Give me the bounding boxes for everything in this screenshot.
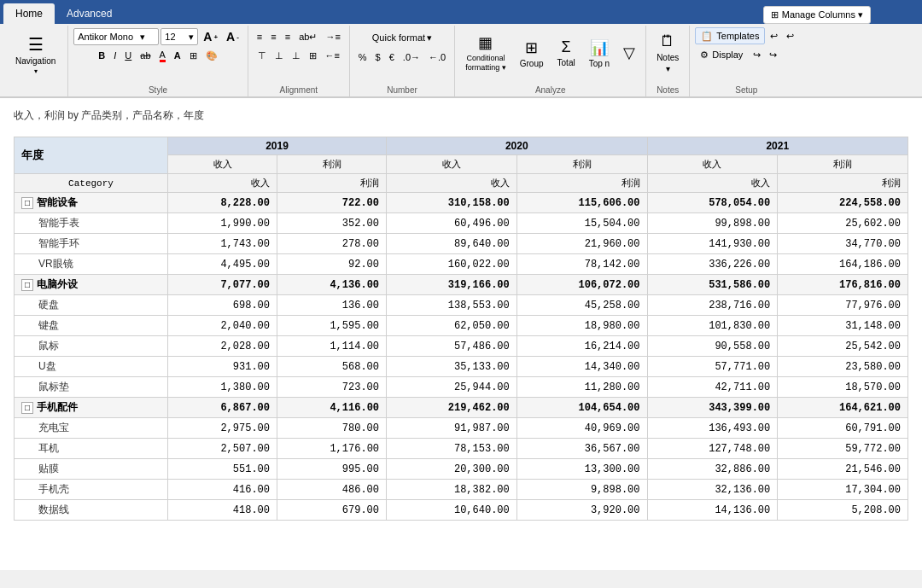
table-cell: 2,507.00 (168, 439, 277, 459)
table-row: 充电宝2,975.00780.0091,987.0040,969.00136,4… (15, 418, 908, 439)
font-grow-button[interactable]: A+ (200, 28, 221, 45)
table-cell: 78,153.00 (387, 439, 517, 459)
table-cell: 6,867.00 (168, 398, 277, 418)
redo-button[interactable]: ↪ (750, 46, 764, 63)
undo2-button[interactable]: ↩ (767, 27, 781, 44)
table-cell: 11,280.00 (516, 377, 647, 398)
table-cell: 931.00 (168, 357, 277, 377)
table-row: 智能手表1,990.00352.0060,496.0015,504.0099,8… (15, 213, 908, 234)
quick-format-dropdown[interactable]: Quick format ▾ (366, 28, 438, 47)
table-cell: 2,040.00 (168, 316, 277, 336)
border-button[interactable]: ⊞ (186, 47, 201, 64)
table-row: 手机壳416.00486.0018,382.009,898.0032,136.0… (15, 480, 908, 500)
table-cell: 8,228.00 (168, 193, 277, 213)
dollar-button[interactable]: $ (372, 49, 384, 66)
ribbon-group-navigation: ☰ Navigation ▾ (3, 26, 68, 96)
table-cell: 13,300.00 (516, 459, 647, 480)
table-cell: 343,399.00 (647, 398, 778, 418)
notes-group-label: Notes (656, 84, 679, 95)
strikethrough-button[interactable]: ab (137, 47, 154, 64)
highlight-button[interactable]: A (171, 47, 184, 64)
col-h5: 收入 (647, 174, 778, 193)
table-cell: 531,586.00 (647, 275, 778, 295)
font-selector[interactable]: Antikor Mono ▾ (73, 28, 159, 45)
year-column-header: 年度 (15, 137, 168, 174)
align-right-button[interactable]: ≡ (282, 28, 294, 45)
bold-button[interactable]: B (95, 47, 108, 64)
templates-label: Templates (716, 31, 759, 41)
table-cell: 1,114.00 (277, 336, 387, 357)
conditional-formatting-button[interactable]: ▦ Conditional formatting ▾ (460, 27, 511, 79)
expand-icon[interactable]: □ (21, 197, 33, 209)
table-cell: 141,930.00 (647, 234, 778, 254)
top-n-button[interactable]: 📊 Top n (584, 27, 615, 79)
ribbon: ☰ Navigation ▾ Antikor Mono ▾ 12 ▾ A+ A- (0, 24, 922, 97)
redo2-button[interactable]: ↪ (766, 46, 780, 63)
table-cell: 32,136.00 (647, 480, 778, 500)
word-wrap-button[interactable]: ab↵ (295, 28, 320, 45)
underline-button[interactable]: U (121, 47, 135, 64)
quick-format-label: Quick format (372, 32, 425, 43)
tab-bar: Home Advanced ⊞ Manage Columns ▾ (0, 0, 922, 24)
templates-button[interactable]: 📋 Templates (695, 27, 765, 44)
col-h2: 利润 (277, 174, 387, 193)
table-cell: 1,990.00 (168, 213, 277, 234)
total-button[interactable]: Σ Total (552, 27, 581, 79)
bg-color-button[interactable]: 🎨 (202, 47, 221, 64)
notes-button[interactable]: 🗒 Notes ▾ (651, 27, 684, 79)
font-color-button[interactable]: A (156, 47, 169, 64)
decimal-increase-button[interactable]: .0→ (400, 49, 423, 66)
align-center-button[interactable]: ≡ (267, 28, 279, 45)
font-size-selector[interactable]: 12 ▾ (160, 28, 198, 45)
expand-icon[interactable]: □ (21, 402, 33, 414)
setup-group-label: Setup (735, 84, 757, 95)
italic-button[interactable]: I (110, 47, 120, 64)
table-cell: 723.00 (277, 377, 387, 398)
table-cell: 352.00 (277, 213, 387, 234)
analyze-group-label: Analyze (535, 84, 566, 95)
table-cell: 77,976.00 (778, 295, 908, 316)
tab-advanced[interactable]: Advanced (55, 3, 124, 24)
table-cell: 31,148.00 (778, 316, 908, 336)
templates-icon: 📋 (701, 31, 713, 42)
table-cell: 238,716.00 (647, 295, 778, 316)
table-cell: 995.00 (277, 459, 387, 480)
table-cell: 78,142.00 (516, 254, 647, 275)
data-table: 年度 2019 2020 2021 收入 利润 收入 利润 收入 利润 Cate… (14, 137, 908, 521)
font-shrink-button[interactable]: A- (223, 28, 242, 45)
valign-top-button[interactable]: ⊤ (254, 47, 270, 64)
col-2021-profit: 利润 (778, 155, 908, 174)
tab-home[interactable]: Home (3, 3, 55, 24)
table-row: 数据线418.00679.0010,640.003,920.0014,136.0… (15, 500, 908, 521)
group-button[interactable]: ⊞ Group (515, 27, 549, 79)
display-button[interactable]: ⚙ Display (695, 46, 748, 63)
euro-button[interactable]: € (386, 49, 398, 66)
table-cell: 90,558.00 (647, 336, 778, 357)
navigation-arrow: ▾ (34, 67, 38, 75)
indent-increase-button[interactable]: →≡ (322, 28, 343, 45)
align-row1: ≡ ≡ ≡ ab↵ →≡ (254, 27, 344, 46)
decimal-decrease-button[interactable]: ←.0 (425, 49, 449, 66)
table-row: □智能设备8,228.00722.00310,158.00115,606.005… (15, 193, 908, 213)
col-h1: 收入 (168, 174, 277, 193)
conditional-formatting-icon: ▦ (478, 33, 493, 52)
manage-columns-button[interactable]: ⊞ Manage Columns ▾ (763, 6, 871, 24)
filter-button[interactable]: ▽ (618, 27, 640, 79)
table-cell: 1,595.00 (277, 316, 387, 336)
indent-decrease-button[interactable]: ←≡ (322, 47, 343, 64)
navigation-button[interactable]: ☰ Navigation ▾ (9, 27, 62, 82)
table-cell: 310,158.00 (387, 193, 517, 213)
align-left-button[interactable]: ≡ (254, 28, 266, 45)
ribbon-group-number: Quick format ▾ % $ € .0→ ←.0 Number (350, 26, 455, 96)
padding-button[interactable]: ⊞ (306, 47, 320, 64)
valign-mid-button[interactable]: ⊥ (271, 47, 287, 64)
table-cell: 219,462.00 (387, 398, 517, 418)
undo-button[interactable]: ↩ (783, 27, 797, 44)
table-cell: 160,022.00 (387, 254, 517, 275)
table-cell: 14,136.00 (647, 500, 778, 521)
percent-button[interactable]: % (355, 49, 371, 66)
table-cell: 18,570.00 (778, 377, 908, 398)
expand-icon[interactable]: □ (21, 279, 33, 291)
valign-bot-button[interactable]: ⊥ (289, 47, 304, 64)
table-cell: 176,816.00 (778, 275, 908, 295)
